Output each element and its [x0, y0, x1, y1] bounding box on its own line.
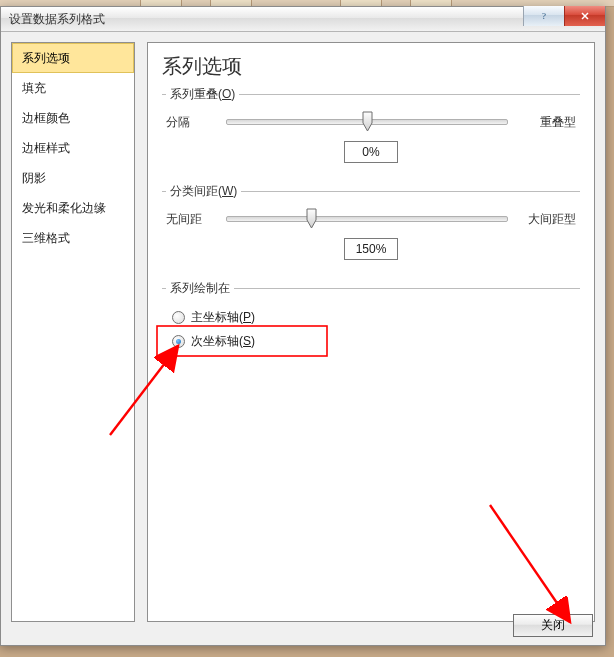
- sidebar-item-shadow[interactable]: 阴影: [12, 163, 134, 193]
- radio-icon: [172, 311, 185, 324]
- radio-secondary-label: 次坐标轴(S): [191, 333, 255, 350]
- group-series-overlap: 系列重叠(O) 分隔 重叠型: [162, 86, 580, 169]
- dialog-format-data-series: 设置数据系列格式 ? 系列选项填充边框颜色边框样式阴影发光和柔化边缘三维格式: [0, 6, 606, 646]
- sidebar-item-glow-soft[interactable]: 发光和柔化边缘: [12, 193, 134, 223]
- radio-primary-axis[interactable]: 主坐标轴(P): [166, 305, 576, 329]
- help-icon: ?: [538, 10, 550, 22]
- overlap-slider[interactable]: [226, 119, 508, 125]
- gap-left-label: 无间距: [166, 211, 218, 228]
- gap-right-label: 大间距型: [516, 211, 576, 228]
- radio-primary-label: 主坐标轴(P): [191, 309, 255, 326]
- close-button[interactable]: 关闭: [513, 614, 593, 637]
- overlap-right-label: 重叠型: [516, 114, 576, 131]
- dialog-title: 设置数据系列格式: [1, 11, 105, 28]
- overlap-value-input[interactable]: [344, 141, 398, 163]
- slider-thumb-icon: [306, 208, 317, 229]
- sidebar-item-border-style[interactable]: 边框样式: [12, 133, 134, 163]
- sidebar-item-label: 阴影: [22, 171, 46, 185]
- gap-value-input[interactable]: [344, 238, 398, 260]
- sidebar-item-3d-format[interactable]: 三维格式: [12, 223, 134, 253]
- svg-text:?: ?: [542, 11, 546, 21]
- legend-plot-on: 系列绘制在: [166, 280, 234, 297]
- gap-slider[interactable]: [226, 216, 508, 222]
- panel-heading: 系列选项: [162, 53, 580, 80]
- legend-gap-width: 分类间距(W): [166, 183, 241, 200]
- legend-series-overlap: 系列重叠(O): [166, 86, 239, 103]
- sidebar-item-label: 三维格式: [22, 231, 70, 245]
- sidebar-item-label: 发光和柔化边缘: [22, 201, 106, 215]
- sidebar-item-border-color[interactable]: 边框颜色: [12, 103, 134, 133]
- slider-thumb-icon: [362, 111, 373, 132]
- sidebar: 系列选项填充边框颜色边框样式阴影发光和柔化边缘三维格式: [11, 42, 135, 622]
- radio-icon: [172, 335, 185, 348]
- main-panel: 系列选项 系列重叠(O) 分隔: [147, 42, 595, 622]
- close-icon: [579, 10, 591, 22]
- help-button[interactable]: ?: [523, 6, 564, 26]
- dialog-titlebar[interactable]: 设置数据系列格式 ?: [1, 7, 605, 32]
- window-close-button[interactable]: [564, 6, 605, 26]
- sidebar-item-label: 系列选项: [22, 51, 70, 65]
- group-gap-width: 分类间距(W) 无间距 大间距型: [162, 183, 580, 266]
- radio-secondary-axis[interactable]: 次坐标轴(S): [166, 329, 576, 353]
- sidebar-item-label: 边框颜色: [22, 111, 70, 125]
- sidebar-item-label: 边框样式: [22, 141, 70, 155]
- overlap-left-label: 分隔: [166, 114, 218, 131]
- group-plot-on: 系列绘制在 主坐标轴(P) 次坐标: [162, 280, 580, 359]
- sidebar-item-fill[interactable]: 填充: [12, 73, 134, 103]
- titlebar-controls: ?: [523, 6, 605, 26]
- dialog-body: 系列选项填充边框颜色边框样式阴影发光和柔化边缘三维格式 系列选项 系列重叠(O)…: [1, 32, 605, 645]
- sidebar-item-label: 填充: [22, 81, 46, 95]
- sidebar-item-series-options[interactable]: 系列选项: [12, 43, 134, 73]
